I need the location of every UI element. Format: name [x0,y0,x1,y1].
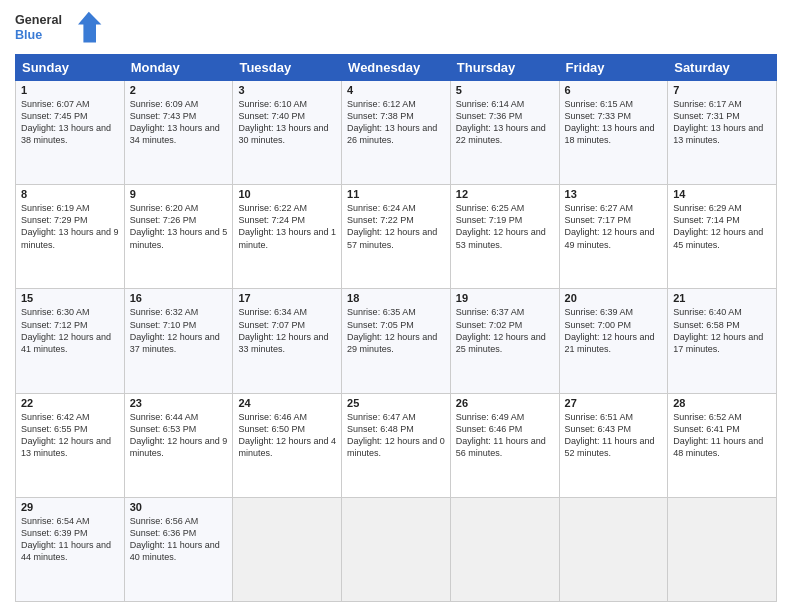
sunrise-text: Sunrise: 6:22 AM [238,202,336,214]
sunset-text: Sunset: 6:41 PM [673,423,771,435]
sunset-text: Sunset: 6:55 PM [21,423,119,435]
header-cell-wednesday: Wednesday [342,55,451,81]
sunrise-text: Sunrise: 6:29 AM [673,202,771,214]
daylight-text: Daylight: 11 hours and 56 minutes. [456,435,554,459]
day-number: 10 [238,188,336,200]
day-number: 15 [21,292,119,304]
cell-info: Sunrise: 6:42 AM Sunset: 6:55 PM Dayligh… [21,411,119,460]
day-number: 22 [21,397,119,409]
daylight-text: Daylight: 12 hours and 17 minutes. [673,331,771,355]
daylight-text: Daylight: 12 hours and 57 minutes. [347,226,445,250]
daylight-text: Daylight: 13 hours and 30 minutes. [238,122,336,146]
sunrise-text: Sunrise: 6:46 AM [238,411,336,423]
cell-info: Sunrise: 6:10 AM Sunset: 7:40 PM Dayligh… [238,98,336,147]
sunset-text: Sunset: 6:36 PM [130,527,228,539]
cell-info: Sunrise: 6:24 AM Sunset: 7:22 PM Dayligh… [347,202,445,251]
calendar-header-row: SundayMondayTuesdayWednesdayThursdayFrid… [16,55,777,81]
day-number: 25 [347,397,445,409]
day-number: 16 [130,292,228,304]
day-number: 30 [130,501,228,513]
sunrise-text: Sunrise: 6:15 AM [565,98,663,110]
cell-info: Sunrise: 6:54 AM Sunset: 6:39 PM Dayligh… [21,515,119,564]
sunset-text: Sunset: 7:45 PM [21,110,119,122]
daylight-text: Daylight: 12 hours and 9 minutes. [130,435,228,459]
sunrise-text: Sunrise: 6:27 AM [565,202,663,214]
svg-text:Blue: Blue [15,28,42,42]
day-number: 1 [21,84,119,96]
sunset-text: Sunset: 6:58 PM [673,319,771,331]
cell-info: Sunrise: 6:32 AM Sunset: 7:10 PM Dayligh… [130,306,228,355]
calendar-cell: 6 Sunrise: 6:15 AM Sunset: 7:33 PM Dayli… [559,81,668,185]
day-number: 24 [238,397,336,409]
daylight-text: Daylight: 13 hours and 34 minutes. [130,122,228,146]
sunrise-text: Sunrise: 6:35 AM [347,306,445,318]
daylight-text: Daylight: 12 hours and 4 minutes. [238,435,336,459]
calendar-cell: 4 Sunrise: 6:12 AM Sunset: 7:38 PM Dayli… [342,81,451,185]
calendar-cell [450,497,559,601]
calendar-cell: 25 Sunrise: 6:47 AM Sunset: 6:48 PM Dayl… [342,393,451,497]
calendar-cell: 28 Sunrise: 6:52 AM Sunset: 6:41 PM Dayl… [668,393,777,497]
calendar-week-row: 8 Sunrise: 6:19 AM Sunset: 7:29 PM Dayli… [16,185,777,289]
day-number: 27 [565,397,663,409]
calendar-cell: 8 Sunrise: 6:19 AM Sunset: 7:29 PM Dayli… [16,185,125,289]
sunset-text: Sunset: 6:48 PM [347,423,445,435]
daylight-text: Daylight: 13 hours and 5 minutes. [130,226,228,250]
cell-info: Sunrise: 6:14 AM Sunset: 7:36 PM Dayligh… [456,98,554,147]
sunset-text: Sunset: 7:38 PM [347,110,445,122]
daylight-text: Daylight: 12 hours and 37 minutes. [130,331,228,355]
cell-info: Sunrise: 6:27 AM Sunset: 7:17 PM Dayligh… [565,202,663,251]
sunset-text: Sunset: 7:43 PM [130,110,228,122]
sunset-text: Sunset: 7:07 PM [238,319,336,331]
daylight-text: Daylight: 13 hours and 26 minutes. [347,122,445,146]
sunrise-text: Sunrise: 6:25 AM [456,202,554,214]
header-cell-thursday: Thursday [450,55,559,81]
sunrise-text: Sunrise: 6:39 AM [565,306,663,318]
sunrise-text: Sunrise: 6:40 AM [673,306,771,318]
daylight-text: Daylight: 12 hours and 49 minutes. [565,226,663,250]
day-number: 8 [21,188,119,200]
sunset-text: Sunset: 7:00 PM [565,319,663,331]
day-number: 14 [673,188,771,200]
day-number: 28 [673,397,771,409]
page: General Blue SundayMondayTuesdayWednesda… [0,0,792,612]
sunrise-text: Sunrise: 6:12 AM [347,98,445,110]
sunset-text: Sunset: 7:19 PM [456,214,554,226]
sunrise-text: Sunrise: 6:42 AM [21,411,119,423]
sunset-text: Sunset: 7:24 PM [238,214,336,226]
calendar-cell: 1 Sunrise: 6:07 AM Sunset: 7:45 PM Dayli… [16,81,125,185]
daylight-text: Daylight: 12 hours and 29 minutes. [347,331,445,355]
calendar-cell: 17 Sunrise: 6:34 AM Sunset: 7:07 PM Dayl… [233,289,342,393]
sunrise-text: Sunrise: 6:54 AM [21,515,119,527]
daylight-text: Daylight: 12 hours and 25 minutes. [456,331,554,355]
sunset-text: Sunset: 7:22 PM [347,214,445,226]
day-number: 23 [130,397,228,409]
daylight-text: Daylight: 13 hours and 1 minute. [238,226,336,250]
day-number: 9 [130,188,228,200]
calendar-cell: 3 Sunrise: 6:10 AM Sunset: 7:40 PM Dayli… [233,81,342,185]
calendar-cell: 10 Sunrise: 6:22 AM Sunset: 7:24 PM Dayl… [233,185,342,289]
calendar-cell [233,497,342,601]
cell-info: Sunrise: 6:51 AM Sunset: 6:43 PM Dayligh… [565,411,663,460]
day-number: 7 [673,84,771,96]
calendar-table: SundayMondayTuesdayWednesdayThursdayFrid… [15,54,777,602]
cell-info: Sunrise: 6:25 AM Sunset: 7:19 PM Dayligh… [456,202,554,251]
sunrise-text: Sunrise: 6:51 AM [565,411,663,423]
sunrise-text: Sunrise: 6:24 AM [347,202,445,214]
cell-info: Sunrise: 6:22 AM Sunset: 7:24 PM Dayligh… [238,202,336,251]
calendar-cell: 27 Sunrise: 6:51 AM Sunset: 6:43 PM Dayl… [559,393,668,497]
day-number: 13 [565,188,663,200]
sunset-text: Sunset: 6:50 PM [238,423,336,435]
cell-info: Sunrise: 6:29 AM Sunset: 7:14 PM Dayligh… [673,202,771,251]
calendar-cell [668,497,777,601]
sunrise-text: Sunrise: 6:14 AM [456,98,554,110]
cell-info: Sunrise: 6:47 AM Sunset: 6:48 PM Dayligh… [347,411,445,460]
header-cell-monday: Monday [124,55,233,81]
calendar-cell: 15 Sunrise: 6:30 AM Sunset: 7:12 PM Dayl… [16,289,125,393]
daylight-text: Daylight: 12 hours and 41 minutes. [21,331,119,355]
day-number: 3 [238,84,336,96]
day-number: 29 [21,501,119,513]
day-number: 11 [347,188,445,200]
cell-info: Sunrise: 6:19 AM Sunset: 7:29 PM Dayligh… [21,202,119,251]
sunrise-text: Sunrise: 6:49 AM [456,411,554,423]
cell-info: Sunrise: 6:15 AM Sunset: 7:33 PM Dayligh… [565,98,663,147]
